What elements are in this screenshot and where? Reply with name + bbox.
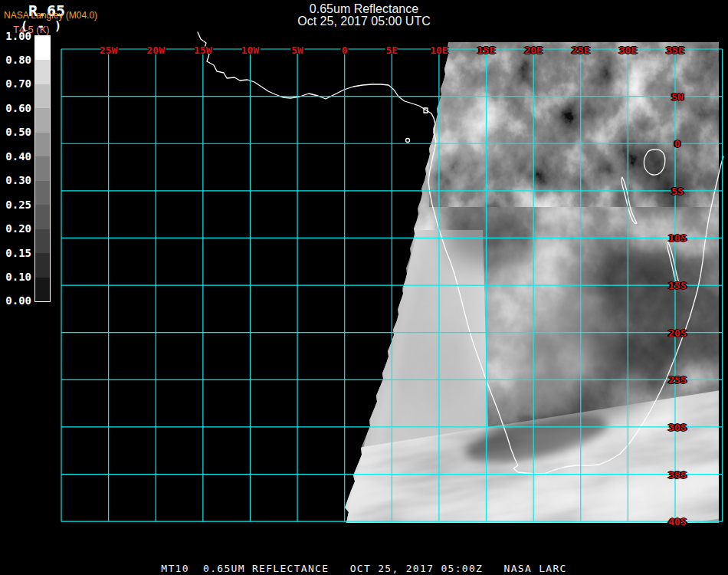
lon-label-5W: 5W — [291, 44, 303, 54]
satellite-image-page: 25W20W15W10W5W05E10E15E20E25E30E35E5N05S… — [0, 0, 728, 575]
lon-label-20E: 20E — [524, 44, 542, 54]
lat-label-25S: 25S — [668, 375, 686, 385]
lon-label-25W: 25W — [100, 44, 117, 54]
geo-labels-layer: 25W20W15W10W5W05E10E15E20E25E30E35E5N05S… — [0, 0, 728, 575]
lat-label-20S: 20S — [668, 327, 686, 337]
lat-label-30S: 30S — [668, 422, 686, 432]
lat-label-40S: 40S — [668, 517, 686, 527]
lon-label-10W: 10W — [241, 44, 259, 54]
lon-label-25E: 25E — [572, 44, 589, 54]
lat-label-5N: 5N — [671, 91, 684, 101]
lat-label-5S: 5S — [671, 186, 684, 196]
product-units-label: ( - ) — [21, 19, 63, 33]
lat-label-15S: 15S — [668, 281, 686, 291]
lon-label-0: 0 — [342, 44, 348, 54]
lon-label-5E: 5E — [385, 44, 398, 54]
lat-label-35S: 35S — [668, 469, 686, 479]
lat-label-10S: 10S — [668, 233, 686, 243]
lon-label-35E: 35E — [666, 44, 684, 54]
lon-label-10E: 10E — [430, 44, 448, 54]
lon-label-15W: 15W — [194, 44, 212, 54]
lon-label-15E: 15E — [477, 44, 495, 54]
lon-label-20W: 20W — [146, 44, 164, 54]
lon-label-30E: 30E — [619, 44, 637, 54]
lat-label-0: 0 — [674, 139, 680, 149]
